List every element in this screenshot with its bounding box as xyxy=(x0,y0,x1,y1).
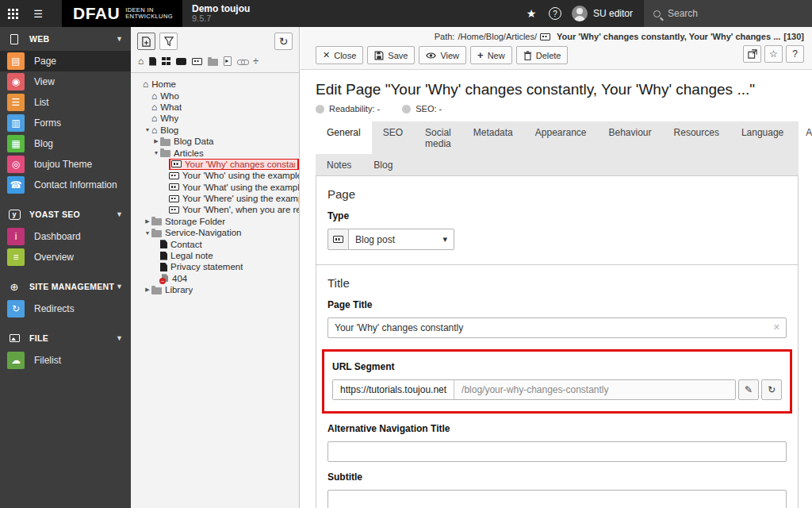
modules-grid-icon[interactable] xyxy=(0,0,25,27)
sidebar-item-dashboard[interactable]: iDashboard xyxy=(0,226,131,247)
sidebar-item-filelist[interactable]: ☁Filelist xyxy=(0,350,131,371)
user-menu[interactable]: SU editor xyxy=(567,0,644,27)
article-pagetype-icon[interactable] xyxy=(192,58,202,65)
folder-pagetype-icon[interactable] xyxy=(208,57,218,66)
tree-node-legal-note[interactable]: Legal note xyxy=(135,250,299,261)
help-icon[interactable]: ? xyxy=(786,45,804,63)
tab-notes[interactable]: Notes xyxy=(316,154,362,175)
sidebar-item-toujou-theme[interactable]: ◎toujou Theme xyxy=(0,154,131,175)
bookmark-star-icon[interactable]: ★ xyxy=(519,0,543,27)
save-button[interactable]: Save xyxy=(367,46,415,64)
subtitle-input[interactable] xyxy=(327,490,787,508)
tree-node-blog[interactable]: ▼⌂Blog xyxy=(135,125,299,136)
tree-node-library[interactable]: ▶Library xyxy=(135,284,299,295)
sidebar-section-yoast-seo[interactable]: yYOAST SEO▼ xyxy=(0,202,131,226)
sidebar-section-file[interactable]: FILE▼ xyxy=(0,326,131,350)
expand-arrow-icon[interactable]: ▶ xyxy=(144,287,151,293)
folder-icon xyxy=(160,137,170,146)
sidebar-item-page[interactable]: ▤Page xyxy=(0,51,131,71)
tab-access[interactable]: Access xyxy=(795,121,812,154)
page-type-select[interactable]: Blog post xyxy=(349,229,454,250)
tree-node-404[interactable]: 404 xyxy=(135,273,299,284)
tree-node-privacy-statement[interactable]: Privacy statement xyxy=(135,261,299,272)
section-heading-page: Page xyxy=(327,187,787,201)
expand-arrow-icon[interactable]: ▶ xyxy=(144,218,151,225)
readability-label: Readability: - xyxy=(329,104,380,114)
alt-nav-title-input[interactable] xyxy=(327,441,787,462)
sidebar-section-site-management[interactable]: ⊕SITE MANAGEMENT▼ xyxy=(0,275,131,298)
delete-button[interactable]: Delete xyxy=(516,46,569,64)
sidebar-section-web[interactable]: WEB▼ xyxy=(0,27,131,51)
expand-arrow-icon[interactable]: ▼ xyxy=(152,150,160,156)
new-button[interactable]: +New xyxy=(470,46,512,64)
sidebar-item-blog[interactable]: ▦Blog xyxy=(0,133,131,154)
tree-node-your-what-using-the-example-of-a[interactable]: Your 'What' using the example of a xyxy=(135,182,299,193)
tree-node-contact[interactable]: Contact xyxy=(135,238,299,249)
shortcut-pagetype-icon[interactable] xyxy=(224,56,232,66)
grid-pagetype-icon[interactable] xyxy=(162,57,170,66)
site-management-icon: ⊕ xyxy=(7,281,21,293)
expand-arrow-icon[interactable]: ▼ xyxy=(144,230,151,236)
tree-node-your-when-when-you-are-ready[interactable]: Your 'When', when you are ready xyxy=(135,204,299,215)
tree-node-who[interactable]: ⌂Who xyxy=(135,90,299,101)
view-button[interactable]: View xyxy=(419,46,466,64)
logo-text: DFAU xyxy=(73,4,120,23)
refresh-icon[interactable]: ↻ xyxy=(274,33,293,50)
tree-node-home[interactable]: ⌂Home xyxy=(135,79,299,90)
bookmark-star-icon[interactable]: ☆ xyxy=(764,45,783,63)
page-pagetype-icon[interactable] xyxy=(149,57,156,66)
tab-resources[interactable]: Resources xyxy=(663,121,730,154)
article-icon xyxy=(171,160,182,167)
tree-node-your-why-changes-constantly[interactable]: Your 'Why' changes constantly xyxy=(135,159,299,170)
page-title-input[interactable] xyxy=(327,318,787,338)
help-icon[interactable]: ? xyxy=(543,0,567,27)
close-button[interactable]: ✕Close xyxy=(316,46,363,64)
tab-general[interactable]: General xyxy=(316,121,372,154)
tab-blog[interactable]: Blog xyxy=(362,154,404,175)
tree-node-blog-data[interactable]: ▶Blog Data xyxy=(135,136,299,147)
sidebar-item-overview[interactable]: ≡Overview xyxy=(0,247,131,267)
site-pagetype-icon[interactable]: ⌂ xyxy=(138,57,144,65)
tab-behaviour[interactable]: Behaviour xyxy=(598,121,663,154)
tree-node-why[interactable]: ⌂Why xyxy=(135,113,299,124)
article-icon xyxy=(169,172,179,179)
sidebar-item-list[interactable]: ☰List xyxy=(0,92,131,113)
tree-node-service-navigation[interactable]: ▼Service-Navigation xyxy=(135,227,299,238)
tab-social-media[interactable]: Social media xyxy=(414,121,462,154)
tree-node-storage-folder[interactable]: ▶Storage Folder xyxy=(135,216,299,227)
url-segment-value: /blog/your-why-changes-constantly xyxy=(454,380,735,399)
sidebar-item-redirects[interactable]: ↻Redirects xyxy=(0,298,131,319)
open-new-window-icon[interactable] xyxy=(743,45,761,63)
expand-arrow-icon[interactable]: ▶ xyxy=(152,138,160,144)
edit-slug-icon[interactable]: ✎ xyxy=(738,379,759,400)
tab-language[interactable]: Language xyxy=(730,121,795,154)
tab-metadata[interactable]: Metadata xyxy=(462,121,524,154)
search-input[interactable] xyxy=(668,8,787,19)
divider-pagetype-icon[interactable]: ÷ xyxy=(253,56,259,67)
recalculate-slug-icon[interactable]: ↻ xyxy=(761,379,782,400)
clear-icon[interactable]: ✕ xyxy=(773,322,780,333)
filter-icon[interactable] xyxy=(159,33,178,50)
teaser-pagetype-icon[interactable] xyxy=(176,58,186,65)
sidebar-item-forms[interactable]: ▥Forms xyxy=(0,113,131,133)
sidebar-item-view[interactable]: ◉View xyxy=(0,71,131,92)
tree-node-what[interactable]: ⌂What xyxy=(135,102,299,113)
tab-appearance[interactable]: Appearance xyxy=(524,121,598,154)
sitemap-icon[interactable]: ☰ xyxy=(25,0,51,27)
chevron-down-icon: ▼ xyxy=(116,210,123,218)
tab-seo[interactable]: SEO xyxy=(372,121,414,154)
page-icon xyxy=(160,263,167,271)
tree-node-your-where-using-the-example-of[interactable]: Your 'Where' using the example of xyxy=(135,193,299,204)
tree-node-your-who-using-the-example-of-yo[interactable]: Your 'Who' using the example of yo xyxy=(135,170,299,181)
new-page-icon[interactable] xyxy=(137,33,155,50)
record-id: [130] xyxy=(783,32,804,41)
expand-arrow-icon[interactable]: ▼ xyxy=(144,127,151,133)
article-icon xyxy=(169,183,179,190)
link-pagetype-icon[interactable] xyxy=(237,59,247,64)
sidebar-item-contact-information[interactable]: ☎Contact Information xyxy=(0,175,131,195)
global-search[interactable] xyxy=(644,0,812,27)
tree-node-articles[interactable]: ▼Articles xyxy=(135,147,299,158)
record-title: Your 'Why' changes constantly, Your 'Why… xyxy=(557,32,780,41)
web-icon xyxy=(7,34,21,44)
filelist-module-icon: ☁ xyxy=(7,352,25,369)
